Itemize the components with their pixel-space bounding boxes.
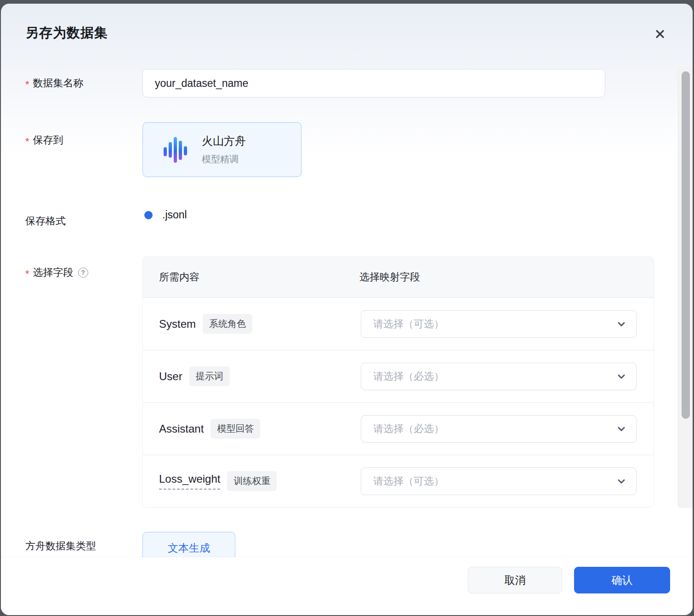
table-row-system: System 系统角色 请选择（可选） [143, 297, 654, 350]
save-format-label: 保存格式 [25, 214, 66, 228]
ark-dataset-type-label: 方舟数据集类型 [25, 539, 96, 553]
chevron-down-icon [617, 424, 626, 433]
dialog-footer: 取消 确认 [1, 557, 693, 615]
dataset-name-input[interactable] [142, 69, 605, 97]
required-asterisk: * [25, 80, 29, 90]
column-header-mapping-field: 选择映射字段 [359, 270, 420, 284]
field-cell-system: System 系统角色 [143, 314, 361, 334]
mapping-select-loss-weight[interactable]: 请选择（可选） [361, 468, 637, 495]
field-badge: 提示词 [189, 366, 230, 386]
table-row-loss-weight: Loss_weight 训练权重 请选择（可选） [143, 455, 654, 507]
chevron-down-icon [617, 372, 626, 381]
mapping-select-user[interactable]: 请选择（必选） [361, 363, 637, 390]
scrollbar-thumb[interactable] [682, 71, 690, 419]
select-placeholder: 请选择（可选） [373, 317, 444, 331]
required-asterisk: * [25, 137, 29, 147]
table-row-user: User 提示词 请选择（必选） [143, 350, 654, 402]
save-destination-card[interactable]: 火山方舟 模型精调 [142, 122, 301, 177]
save-as-dataset-dialog: 另存为数据集 * 数据集名称 * 保存到 [1, 4, 693, 615]
waveform-icon [163, 136, 187, 164]
mapping-select-system[interactable]: 请选择（可选） [361, 310, 637, 338]
field-badge: 模型回答 [210, 419, 260, 439]
destination-name: 火山方舟 [202, 134, 246, 148]
field-cell-assistant: Assistant 模型回答 [143, 419, 361, 439]
field-name: User [159, 370, 182, 383]
destination-text: 火山方舟 模型精调 [202, 134, 246, 165]
field-badge: 系统角色 [203, 314, 252, 334]
field-cell-loss-weight: Loss_weight 训练权重 [143, 471, 361, 491]
cancel-button[interactable]: 取消 [468, 567, 562, 593]
scrollbar-track[interactable] [678, 67, 693, 508]
select-placeholder: 请选择（可选） [373, 474, 444, 488]
select-fields-label: * 选择字段 ? [25, 266, 88, 279]
format-option-label: .jsonl [162, 209, 187, 221]
field-badge: 训练权重 [227, 471, 277, 491]
field-name: Loss_weight [159, 473, 220, 490]
format-option-jsonl[interactable]: .jsonl [144, 209, 187, 221]
table-row-assistant: Assistant 模型回答 请选择（必选） [143, 402, 654, 455]
field-name: System [159, 318, 196, 331]
chevron-down-icon [617, 477, 626, 486]
radio-selected-icon[interactable] [144, 211, 153, 219]
select-placeholder: 请选择（必选） [373, 370, 444, 383]
field-mapping-table: 所需内容 选择映射字段 System 系统角色 请选择（可选） User 提示词… [142, 257, 654, 508]
save-to-label: * 保存到 [25, 133, 63, 147]
confirm-button[interactable]: 确认 [574, 567, 670, 593]
close-button[interactable] [653, 27, 667, 41]
select-placeholder: 请选择（必选） [373, 422, 444, 436]
help-icon[interactable]: ? [78, 268, 88, 278]
field-name: Assistant [159, 422, 204, 435]
required-asterisk: * [25, 269, 29, 279]
field-cell-user: User 提示词 [143, 366, 361, 386]
chevron-down-icon [617, 319, 626, 329]
dataset-name-label: * 数据集名称 [25, 69, 84, 97]
table-header: 所需内容 选择映射字段 [143, 257, 654, 297]
column-header-required-content: 所需内容 [143, 270, 359, 284]
mapping-select-assistant[interactable]: 请选择（必选） [361, 415, 637, 443]
dialog-title: 另存为数据集 [25, 24, 108, 42]
destination-description: 模型精调 [202, 153, 246, 165]
close-icon [654, 29, 666, 40]
